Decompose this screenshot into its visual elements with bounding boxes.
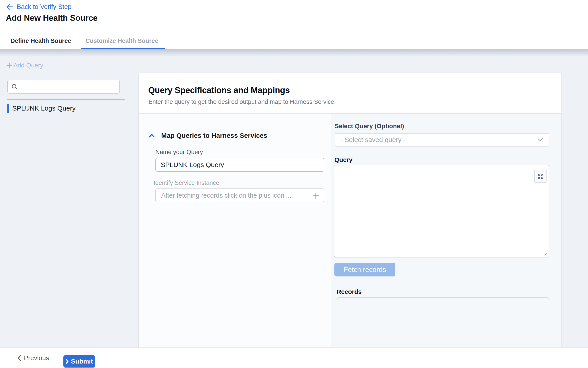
- column-divider: [331, 113, 331, 350]
- add-health-source-page: Back to Verify Step Add New Health Sourc…: [0, 0, 588, 368]
- previous-label: Previous: [24, 355, 49, 361]
- query-label: Query: [335, 157, 353, 163]
- submit-button[interactable]: Submit: [63, 355, 95, 368]
- tab-customize-health-source[interactable]: Customize Health Source: [85, 32, 158, 50]
- select-query-label: Select Query (Optional): [335, 123, 404, 129]
- panel-subtitle: Enter the query to get the desired outpu…: [148, 99, 336, 105]
- service-instance-field: [155, 188, 324, 202]
- back-link-label: Back to Verify Step: [17, 4, 72, 10]
- expand-icon: [537, 173, 544, 180]
- name-your-query-label: Name your Query: [155, 149, 203, 155]
- sidebar-divider: [7, 99, 125, 100]
- back-to-verify-step-link[interactable]: Back to Verify Step: [6, 4, 72, 10]
- expand-query-button[interactable]: [534, 170, 547, 183]
- query-search-box: [7, 80, 120, 93]
- records-label: Records: [337, 289, 362, 295]
- plus-icon: [6, 62, 13, 69]
- fetch-records-button[interactable]: Fetch records: [335, 263, 395, 276]
- service-instance-input[interactable]: [161, 192, 305, 199]
- saved-query-dropdown[interactable]: - Select saved query -: [335, 133, 549, 147]
- add-query-button[interactable]: Add Query: [6, 62, 43, 69]
- previous-button[interactable]: Previous: [18, 348, 49, 368]
- accordion-title: Map Queries to Harness Services: [161, 132, 267, 139]
- chevron-left-icon: [18, 355, 21, 361]
- tab-bar: Define Health Source Customize Health So…: [0, 32, 588, 49]
- chevron-up-icon: [149, 133, 155, 138]
- dropdown-selected-value: - Select saved query -: [340, 137, 406, 143]
- query-specifications-panel: Query Specifications and Mappings Enter …: [138, 73, 562, 350]
- map-queries-accordion-toggle[interactable]: Map Queries to Harness Services: [149, 132, 267, 139]
- tab-define-health-source[interactable]: Define Health Source: [10, 32, 71, 50]
- query-name-input[interactable]: [155, 158, 324, 172]
- sidebar-item-splunk-logs-query[interactable]: SPLUNK Logs Query: [7, 104, 75, 113]
- query-item-label: SPLUNK Logs Query: [12, 105, 75, 112]
- identify-service-instance-label: Identify Service Instance: [154, 180, 219, 186]
- active-item-indicator: [7, 104, 9, 113]
- panel-title: Query Specifications and Mappings: [148, 86, 290, 94]
- search-input[interactable]: [20, 83, 115, 91]
- search-icon: [11, 83, 18, 90]
- chevron-right-icon: [66, 359, 69, 364]
- records-output-area: [337, 297, 549, 350]
- textarea-resize-handle[interactable]: [543, 251, 548, 256]
- query-textarea[interactable]: [334, 165, 549, 258]
- add-service-instance-plus-icon[interactable]: [312, 192, 320, 200]
- page-title: Add New Health Source: [6, 14, 98, 22]
- back-arrow-icon: [6, 4, 14, 10]
- footer-bar: Previous Submit: [0, 348, 588, 368]
- chevron-down-icon: [537, 138, 543, 142]
- submit-label: Submit: [71, 358, 93, 365]
- add-query-label: Add Query: [13, 62, 43, 69]
